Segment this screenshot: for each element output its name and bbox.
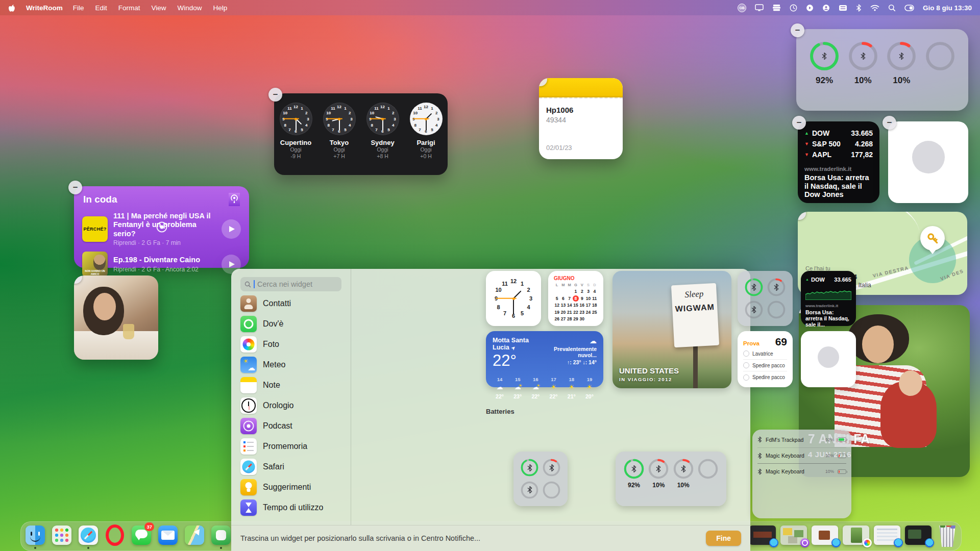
battery-ring-cell: 10%: [648, 459, 669, 506]
menu-item[interactable]: Window: [178, 4, 202, 12]
empty-battery-widget[interactable]: [888, 121, 968, 203]
search-input[interactable]: [257, 280, 337, 288]
bluetooth-status-icon[interactable]: [856, 4, 862, 12]
battery-ring-cell: [521, 459, 538, 477]
play-button[interactable]: [222, 219, 241, 239]
batteries-widget[interactable]: 92% 10% 10%: [796, 29, 968, 111]
clock-numeral: 8: [325, 121, 332, 129]
battery-ring-cell: 10%: [887, 41, 916, 111]
bluetooth-icon: [527, 486, 532, 494]
gallery-section-title: Batteries: [486, 408, 514, 415]
minimized-window-thumbnail[interactable]: [749, 525, 776, 545]
remove-widget-button[interactable]: [268, 88, 282, 102]
messages-icon[interactable]: 37: [132, 525, 151, 545]
podcast-widget-title: In coda: [83, 194, 117, 205]
display-status-icon[interactable]: [755, 4, 764, 11]
keyboard-status-icon[interactable]: [839, 5, 847, 11]
battery-ring-cell: [767, 278, 786, 296]
stock-quote-row: DOW 33.665: [804, 128, 873, 139]
device-name: FdM's Trackpad: [766, 437, 822, 443]
empty-battery-widget-preview[interactable]: [801, 331, 856, 387]
photo-travel-widget-preview[interactable]: Sleep WIGWAM UNITED STATES IN VIAGGIO: 2…: [612, 271, 731, 388]
wifi-status-icon[interactable]: [870, 5, 879, 11]
remove-widget-button[interactable]: [883, 116, 896, 130]
weather-icon: [240, 357, 257, 373]
safari-icon[interactable]: [79, 525, 98, 545]
stocks-widget[interactable]: DOW 33.665 S&P 500 4.268 AAPL 177,82 www…: [798, 121, 879, 203]
clock-cap: [381, 118, 384, 120]
weather-widget-preview[interactable]: Motta Santa Lucia 22° ☁ Prevalentemente …: [486, 331, 603, 387]
map-pin[interactable]: [920, 226, 945, 251]
sidebar-item[interactable]: Safari: [231, 457, 351, 477]
menu-item[interactable]: Edit: [95, 4, 107, 12]
weather-location: Motta Santa Lucia: [493, 337, 544, 351]
opera-icon[interactable]: [105, 525, 125, 545]
menu-item[interactable]: View: [152, 4, 166, 12]
stack-status-icon[interactable]: [772, 4, 781, 11]
mail-icon[interactable]: [158, 525, 178, 545]
writeroom-icon[interactable]: [211, 525, 231, 545]
launchpad-icon[interactable]: [52, 525, 71, 545]
sidebar-item[interactable]: Contatti: [231, 293, 351, 314]
apple-menu-icon[interactable]: [8, 4, 16, 12]
sidebar-item[interactable]: Note: [231, 375, 351, 395]
account-status-icon[interactable]: [822, 4, 830, 12]
active-app-name[interactable]: WriteRoom: [26, 4, 63, 12]
minimized-window-thumbnail[interactable]: [874, 525, 900, 545]
stocks-widget-preview[interactable]: DOW 33.665 www.traderlink.it Borsa Usa: …: [801, 271, 856, 326]
world-clock-widget[interactable]: 121234567891011 Cupertino Oggi -9 H 1212…: [274, 93, 448, 175]
reminder-item[interactable]: Spedire pacco: [743, 371, 787, 383]
remove-widget-button[interactable]: [791, 23, 804, 37]
menu-bar-clock[interactable]: Gio 8 giu 13:30: [923, 4, 972, 12]
calendar-day-header: V: [579, 283, 585, 287]
podcast-widget[interactable]: In coda PĒRCHÉ? 111 | Ma perché negli US…: [74, 186, 249, 268]
menu-item[interactable]: Help: [213, 4, 228, 12]
remove-widget-button[interactable]: [792, 116, 806, 130]
minimized-window-thumbnail[interactable]: [843, 525, 869, 545]
reminder-checkbox[interactable]: [743, 362, 749, 368]
sidebar-item[interactable]: Dov'è: [231, 314, 351, 334]
minimized-window-thumbnail[interactable]: [780, 525, 807, 545]
reminders-widget-preview[interactable]: Prova 69 Lavatrice Spedire pacco Spedire…: [738, 331, 793, 387]
clock-numeral: 5: [519, 310, 526, 317]
sidebar-item[interactable]: Foto: [231, 334, 351, 355]
maps-icon[interactable]: [185, 525, 204, 545]
sidebar-item[interactable]: Podcast: [231, 416, 351, 436]
note-widget[interactable]: Hp1006 49344 02/01/23: [539, 78, 623, 159]
done-button[interactable]: Fine: [706, 531, 741, 546]
reminder-item[interactable]: Lavatrice: [743, 348, 787, 360]
minimized-window-thumbnail[interactable]: [905, 525, 932, 545]
reminder-checkbox[interactable]: [743, 350, 749, 357]
search-status-icon[interactable]: [888, 4, 896, 12]
menu-item[interactable]: Format: [118, 4, 140, 12]
remove-widget-button[interactable]: [68, 181, 82, 194]
calendar-widget-preview[interactable]: GIUGNO LMMGVSD 1234567891011121314151617…: [548, 271, 603, 326]
trash-icon[interactable]: [938, 525, 957, 547]
empty-ring: [818, 346, 839, 368]
calendar-day: 6: [560, 295, 566, 302]
play-status-icon[interactable]: [806, 4, 814, 12]
sidebar-item[interactable]: Meteo: [231, 355, 351, 375]
clock-widget-preview[interactable]: 121234567891011: [486, 271, 541, 326]
batteries-medium-widget-preview[interactable]: 92% 10% 10%: [616, 452, 726, 506]
minimized-window-thumbnail[interactable]: [812, 525, 838, 545]
batteries-grid-widget-preview[interactable]: [513, 452, 568, 506]
input-source-icon[interactable]: GB: [738, 4, 746, 12]
clock-status-icon[interactable]: [790, 4, 797, 12]
sidebar-item[interactable]: Suggerimenti: [231, 477, 351, 497]
sidebar-item[interactable]: Promemoria: [231, 436, 351, 457]
weather-condition-icon: [493, 383, 507, 391]
calendar-day: 16: [579, 302, 585, 308]
photo-widget-small[interactable]: [74, 276, 158, 360]
batteries-widget-preview-small[interactable]: [738, 271, 793, 326]
battery-list-widget-preview[interactable]: FdM's Trackpad 92% Magic Keyboard 10% Ma…: [752, 430, 851, 518]
reminder-checkbox[interactable]: [743, 374, 749, 381]
reminder-item[interactable]: Spedire pacco: [743, 360, 787, 371]
user-switch-status-icon[interactable]: [904, 5, 914, 11]
sidebar-item[interactable]: Tempo di utilizzo: [231, 497, 351, 518]
finder-icon[interactable]: [26, 525, 45, 545]
widget-search-field[interactable]: [240, 277, 341, 291]
sidebar-item[interactable]: Orologio: [231, 395, 351, 416]
menu-item[interactable]: File: [73, 4, 84, 12]
battery-ring-cell: [745, 278, 763, 296]
